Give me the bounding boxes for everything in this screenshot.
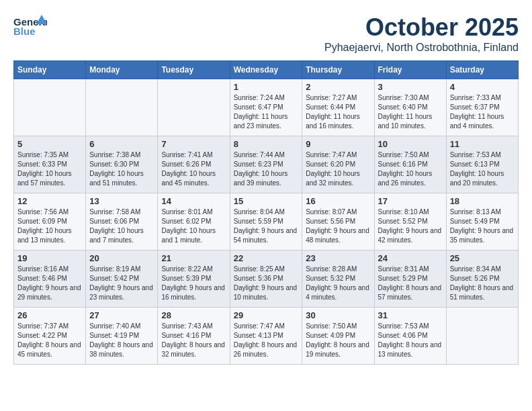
calendar-cell: 12Sunrise: 7:56 AM Sunset: 6:09 PM Dayli… <box>14 193 86 250</box>
calendar-cell: 9Sunrise: 7:47 AM Sunset: 6:20 PM Daylig… <box>302 136 374 193</box>
day-number: 2 <box>306 82 370 92</box>
day-info: Sunrise: 8:25 AM Sunset: 5:36 PM Dayligh… <box>234 265 299 302</box>
calendar-cell: 22Sunrise: 8:25 AM Sunset: 5:36 PM Dayli… <box>230 250 302 308</box>
day-number: 26 <box>17 310 82 320</box>
day-info: Sunrise: 8:04 AM Sunset: 5:59 PM Dayligh… <box>234 208 299 245</box>
week-row-3: 12Sunrise: 7:56 AM Sunset: 6:09 PM Dayli… <box>14 193 519 250</box>
calendar-cell: 21Sunrise: 8:22 AM Sunset: 5:39 PM Dayli… <box>158 250 230 308</box>
day-number: 31 <box>378 310 443 320</box>
calendar-cell: 15Sunrise: 8:04 AM Sunset: 5:59 PM Dayli… <box>230 193 302 250</box>
calendar-table: SundayMondayTuesdayWednesdayThursdayFrid… <box>13 60 519 365</box>
day-number: 11 <box>450 139 515 149</box>
day-number: 23 <box>306 253 370 263</box>
calendar-cell: 8Sunrise: 7:44 AM Sunset: 6:23 PM Daylig… <box>230 136 302 193</box>
day-info: Sunrise: 7:44 AM Sunset: 6:23 PM Dayligh… <box>234 150 299 188</box>
calendar-cell <box>14 79 86 136</box>
calendar-cell: 31Sunrise: 7:53 AM Sunset: 4:06 PM Dayli… <box>374 308 446 365</box>
svg-text:Blue: Blue <box>13 26 36 37</box>
day-info: Sunrise: 7:56 AM Sunset: 6:09 PM Dayligh… <box>17 208 82 245</box>
calendar-cell: 1Sunrise: 7:24 AM Sunset: 6:47 PM Daylig… <box>230 79 302 136</box>
calendar-cell: 2Sunrise: 7:27 AM Sunset: 6:44 PM Daylig… <box>302 79 374 136</box>
calendar-cell: 18Sunrise: 8:13 AM Sunset: 5:49 PM Dayli… <box>446 193 518 250</box>
day-number: 16 <box>306 196 370 206</box>
day-info: Sunrise: 7:38 AM Sunset: 6:30 PM Dayligh… <box>89 150 154 188</box>
weekday-header-sunday: Sunday <box>14 61 86 79</box>
calendar-cell: 29Sunrise: 7:47 AM Sunset: 4:13 PM Dayli… <box>230 308 302 365</box>
day-info: Sunrise: 8:13 AM Sunset: 5:49 PM Dayligh… <box>450 208 515 245</box>
day-number: 15 <box>234 196 299 206</box>
day-number: 20 <box>89 253 154 263</box>
day-number: 7 <box>161 139 226 149</box>
calendar-header: SundayMondayTuesdayWednesdayThursdayFrid… <box>14 61 519 79</box>
logo: General Blue <box>13 13 47 40</box>
day-number: 9 <box>306 139 370 149</box>
week-row-4: 19Sunrise: 8:16 AM Sunset: 5:46 PM Dayli… <box>14 250 519 308</box>
day-number: 13 <box>89 196 154 206</box>
day-number: 25 <box>450 253 515 263</box>
month-title: October 2025 <box>324 13 519 42</box>
day-number: 12 <box>17 196 82 206</box>
day-number: 3 <box>378 82 443 92</box>
calendar-cell: 24Sunrise: 8:31 AM Sunset: 5:29 PM Dayli… <box>374 250 446 308</box>
week-row-5: 26Sunrise: 7:37 AM Sunset: 4:22 PM Dayli… <box>14 308 519 365</box>
week-row-2: 5Sunrise: 7:35 AM Sunset: 6:33 PM Daylig… <box>14 136 519 193</box>
calendar-cell: 25Sunrise: 8:34 AM Sunset: 5:26 PM Dayli… <box>446 250 518 308</box>
day-info: Sunrise: 8:01 AM Sunset: 6:02 PM Dayligh… <box>161 208 226 245</box>
day-info: Sunrise: 7:47 AM Sunset: 4:13 PM Dayligh… <box>234 322 299 359</box>
day-info: Sunrise: 7:27 AM Sunset: 6:44 PM Dayligh… <box>306 93 370 131</box>
day-number: 1 <box>234 82 299 92</box>
calendar-cell <box>446 308 518 365</box>
day-info: Sunrise: 7:40 AM Sunset: 4:19 PM Dayligh… <box>89 322 154 359</box>
logo-svg: General Blue <box>13 13 47 40</box>
day-info: Sunrise: 8:16 AM Sunset: 5:46 PM Dayligh… <box>17 265 82 302</box>
day-info: Sunrise: 7:53 AM Sunset: 6:13 PM Dayligh… <box>450 150 515 188</box>
day-number: 18 <box>450 196 515 206</box>
day-info: Sunrise: 7:30 AM Sunset: 6:40 PM Dayligh… <box>378 93 443 131</box>
day-info: Sunrise: 7:50 AM Sunset: 6:16 PM Dayligh… <box>378 150 443 188</box>
day-info: Sunrise: 8:31 AM Sunset: 5:29 PM Dayligh… <box>378 265 443 302</box>
day-info: Sunrise: 7:35 AM Sunset: 6:33 PM Dayligh… <box>17 150 82 188</box>
calendar-cell: 17Sunrise: 8:10 AM Sunset: 5:52 PM Dayli… <box>374 193 446 250</box>
calendar-cell: 30Sunrise: 7:50 AM Sunset: 4:09 PM Dayli… <box>302 308 374 365</box>
calendar-cell: 19Sunrise: 8:16 AM Sunset: 5:46 PM Dayli… <box>14 250 86 308</box>
calendar-cell: 4Sunrise: 7:33 AM Sunset: 6:37 PM Daylig… <box>446 79 518 136</box>
day-info: Sunrise: 7:41 AM Sunset: 6:26 PM Dayligh… <box>161 150 226 188</box>
calendar-cell: 13Sunrise: 7:58 AM Sunset: 6:06 PM Dayli… <box>86 193 158 250</box>
weekday-header-thursday: Thursday <box>302 61 374 79</box>
day-number: 24 <box>378 253 443 263</box>
calendar-cell: 6Sunrise: 7:38 AM Sunset: 6:30 PM Daylig… <box>86 136 158 193</box>
day-number: 6 <box>89 139 154 149</box>
calendar-cell: 16Sunrise: 8:07 AM Sunset: 5:56 PM Dayli… <box>302 193 374 250</box>
day-number: 14 <box>161 196 226 206</box>
calendar-cell <box>158 79 230 136</box>
calendar-cell: 27Sunrise: 7:40 AM Sunset: 4:19 PM Dayli… <box>86 308 158 365</box>
day-info: Sunrise: 7:37 AM Sunset: 4:22 PM Dayligh… <box>17 322 82 359</box>
day-info: Sunrise: 7:58 AM Sunset: 6:06 PM Dayligh… <box>89 208 154 245</box>
day-number: 29 <box>234 310 299 320</box>
day-info: Sunrise: 8:22 AM Sunset: 5:39 PM Dayligh… <box>161 265 226 302</box>
weekday-header-wednesday: Wednesday <box>230 61 302 79</box>
day-info: Sunrise: 7:47 AM Sunset: 6:20 PM Dayligh… <box>306 150 370 188</box>
week-row-1: 1Sunrise: 7:24 AM Sunset: 6:47 PM Daylig… <box>14 79 519 136</box>
day-info: Sunrise: 7:53 AM Sunset: 4:06 PM Dayligh… <box>378 322 443 359</box>
day-number: 8 <box>234 139 299 149</box>
calendar-cell: 10Sunrise: 7:50 AM Sunset: 6:16 PM Dayli… <box>374 136 446 193</box>
calendar-body: 1Sunrise: 7:24 AM Sunset: 6:47 PM Daylig… <box>14 79 519 365</box>
calendar-cell: 5Sunrise: 7:35 AM Sunset: 6:33 PM Daylig… <box>14 136 86 193</box>
weekday-header-saturday: Saturday <box>446 61 518 79</box>
weekday-header-friday: Friday <box>374 61 446 79</box>
day-info: Sunrise: 7:43 AM Sunset: 4:16 PM Dayligh… <box>161 322 226 359</box>
day-info: Sunrise: 8:28 AM Sunset: 5:32 PM Dayligh… <box>306 265 370 302</box>
day-info: Sunrise: 8:10 AM Sunset: 5:52 PM Dayligh… <box>378 208 443 245</box>
calendar-cell <box>86 79 158 136</box>
day-number: 19 <box>17 253 82 263</box>
day-number: 4 <box>450 82 515 92</box>
day-number: 21 <box>161 253 226 263</box>
calendar-cell: 23Sunrise: 8:28 AM Sunset: 5:32 PM Dayli… <box>302 250 374 308</box>
calendar-cell: 26Sunrise: 7:37 AM Sunset: 4:22 PM Dayli… <box>14 308 86 365</box>
day-info: Sunrise: 7:24 AM Sunset: 6:47 PM Dayligh… <box>234 93 299 131</box>
day-number: 28 <box>161 310 226 320</box>
day-info: Sunrise: 8:19 AM Sunset: 5:42 PM Dayligh… <box>89 265 154 302</box>
weekday-header-tuesday: Tuesday <box>158 61 230 79</box>
calendar-cell: 28Sunrise: 7:43 AM Sunset: 4:16 PM Dayli… <box>158 308 230 365</box>
